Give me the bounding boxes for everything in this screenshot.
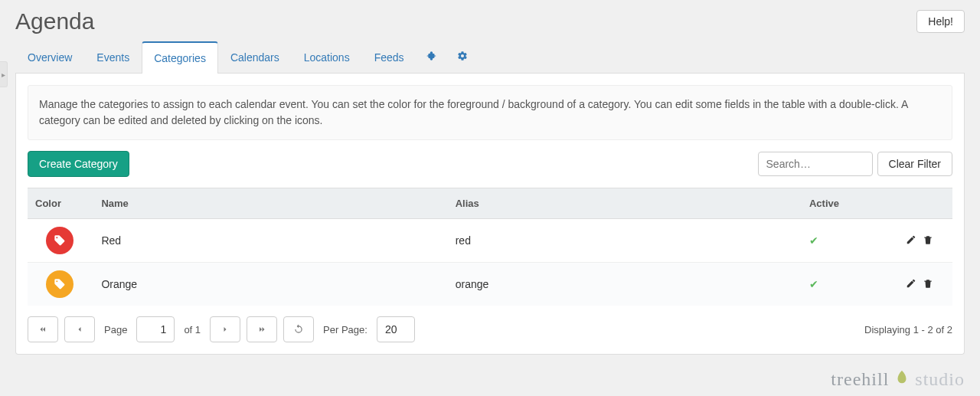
tab-locations[interactable]: Locations [292, 41, 362, 73]
pager-perpage-input[interactable] [377, 316, 415, 342]
brand-left: treehill [831, 369, 889, 390]
footer-brand: treehill studio [831, 369, 965, 390]
page: Agenda Help! Overview Events Categories … [0, 0, 980, 362]
check-icon: ✔ [809, 234, 818, 247]
tag-icon [46, 227, 74, 254]
trash-icon[interactable] [923, 234, 933, 245]
help-button[interactable]: Help! [916, 10, 965, 33]
th-name[interactable]: Name [93, 188, 447, 219]
cell-name[interactable]: Orange [93, 263, 447, 306]
cell-name[interactable]: Red [93, 219, 447, 263]
check-icon: ✔ [809, 278, 818, 290]
search-input[interactable] [758, 152, 873, 176]
brand-right: studio [915, 369, 965, 390]
table-header-row: Color Name Alias Active [28, 188, 952, 219]
th-actions [887, 188, 952, 219]
tab-overview[interactable]: Overview [15, 41, 84, 73]
description-text: Manage the categories to assign to each … [28, 85, 952, 140]
pager: Page of 1 Per Page: Displaying 1 - 2 of … [28, 316, 952, 342]
cell-active: ✔ [802, 219, 887, 263]
tab-categories[interactable]: Categories [142, 41, 218, 74]
pager-display-text: Displaying 1 - 2 of 2 [864, 324, 952, 335]
nav-tabs: Overview Events Categories Calendars Loc… [15, 41, 965, 74]
categories-table: Color Name Alias Active Redred✔Orangeora… [28, 188, 952, 306]
pager-page-input[interactable] [136, 316, 175, 342]
pager-left: Page of 1 Per Page: [28, 316, 415, 342]
pager-perpage-label: Per Page: [320, 324, 371, 335]
title-row: Agenda Help! [15, 8, 965, 35]
table-row: Orangeorange✔ [28, 263, 952, 306]
th-color[interactable]: Color [28, 188, 93, 219]
pager-last-button[interactable] [247, 316, 277, 342]
table-row: Redred✔ [28, 219, 952, 263]
clear-filter-button[interactable]: Clear Filter [877, 152, 952, 176]
tab-calendars[interactable]: Calendars [218, 41, 292, 73]
edit-icon[interactable] [906, 278, 916, 289]
cell-active: ✔ [802, 263, 887, 306]
pager-page-label: Page [101, 324, 130, 335]
th-active[interactable]: Active [802, 188, 887, 219]
pager-first-button[interactable] [28, 316, 58, 342]
cell-alias[interactable]: orange [448, 263, 802, 306]
panel: Manage the categories to assign to each … [15, 74, 965, 355]
tab-events[interactable]: Events [84, 41, 142, 73]
tab-plugins[interactable] [416, 41, 447, 73]
toolbar: Create Category Clear Filter [28, 151, 952, 177]
pager-refresh-button[interactable] [283, 316, 314, 342]
pager-next-button[interactable] [210, 316, 240, 342]
pager-of-label: of 1 [181, 324, 204, 335]
puzzle-icon [426, 51, 437, 64]
th-alias[interactable]: Alias [448, 188, 802, 219]
leaf-icon [893, 369, 910, 390]
tag-icon [46, 270, 74, 298]
edit-icon[interactable] [906, 234, 916, 245]
tab-settings[interactable] [447, 41, 478, 73]
toolbar-right: Clear Filter [758, 152, 952, 176]
create-category-button[interactable]: Create Category [28, 151, 129, 177]
cell-alias[interactable]: red [448, 219, 802, 263]
page-title: Agenda [15, 8, 94, 35]
trash-icon[interactable] [923, 278, 933, 289]
tab-feeds[interactable]: Feeds [362, 41, 416, 73]
gear-icon [457, 51, 468, 64]
pager-prev-button[interactable] [64, 316, 95, 342]
side-expand-handle[interactable]: ▸ [0, 61, 8, 87]
